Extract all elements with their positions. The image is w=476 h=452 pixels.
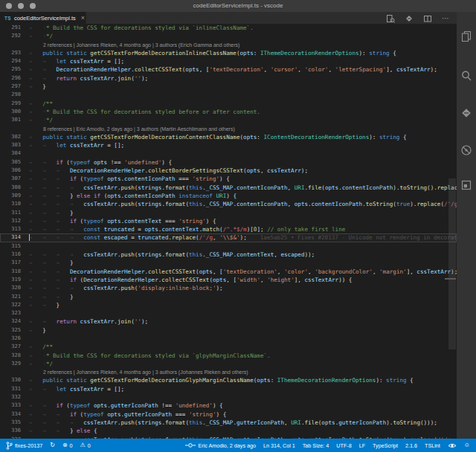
- code-line[interactable]: 319→→→if (DecorationRenderHelper.collect…: [0, 276, 457, 284]
- tslint-item[interactable]: TSLint: [425, 442, 440, 449]
- language-mode-item[interactable]: TypeScript: [373, 442, 398, 449]
- line-number[interactable]: 325: [0, 326, 21, 335]
- line-number[interactable]: 317: [0, 259, 21, 267]
- line-number[interactable]: 328: [0, 352, 21, 360]
- code-line[interactable]: 323: [0, 309, 457, 317]
- explorer-icon[interactable]: [460, 30, 472, 42]
- code-line[interactable]: 334→→→if (typeof opts.gutterIconPath ===…: [0, 410, 457, 419]
- line-number[interactable]: 292: [0, 32, 21, 40]
- close-tab-icon[interactable]: ×: [81, 15, 85, 22]
- code-line[interactable]: 324→→return cssTextArr.join('');: [0, 317, 457, 326]
- eol-item[interactable]: LF: [359, 442, 365, 449]
- code-line[interactable]: 291→·* Build the CSS for decorations sty…: [0, 24, 457, 32]
- code-line[interactable]: 332: [0, 393, 457, 401]
- cursor-position-item[interactable]: Ln 314, Col 1: [263, 442, 295, 449]
- line-number[interactable]: 301: [0, 116, 21, 124]
- line-number[interactable]: 295: [0, 65, 21, 74]
- line-number[interactable]: 305: [0, 158, 21, 167]
- debug-disabled-icon[interactable]: [460, 144, 472, 156]
- line-number[interactable]: 300: [0, 108, 21, 116]
- code-line[interactable]: 295→→DecorationRenderHelper.collectCSSTe…: [0, 65, 457, 74]
- code-line[interactable]: 310→→→→cssTextArr.push(strings.format(th…: [0, 200, 457, 208]
- tab-codeEditorServiceImpl[interactable]: TS codeEditorServiceImpl.ts ×: [0, 12, 86, 25]
- line-number[interactable]: 294: [0, 57, 21, 65]
- line-number[interactable]: 302: [0, 133, 21, 141]
- line-number[interactable]: 311: [0, 209, 21, 217]
- code-line[interactable]: 297→}: [0, 83, 457, 91]
- code-line[interactable]: 325→}: [0, 326, 457, 335]
- extensions-icon[interactable]: [460, 179, 472, 191]
- code-line[interactable]: 313→→→→const truncated = opts.contentTex…: [0, 225, 457, 233]
- line-number[interactable]: 318: [0, 268, 21, 276]
- line-number[interactable]: 326: [0, 335, 21, 343]
- warning-count-item[interactable]: ⚠ 0: [80, 442, 91, 449]
- line-number[interactable]: 327: [0, 343, 21, 351]
- code-line[interactable]: 307→→→if (typeof opts.contentIconPath ==…: [0, 175, 457, 183]
- error-count-item[interactable]: ⊗ 0: [62, 442, 73, 449]
- code-line[interactable]: 329→·*/: [0, 360, 457, 368]
- code-line[interactable]: 305→→if (typeof opts !== 'undefined') {: [0, 158, 457, 167]
- line-number[interactable]: 304: [0, 149, 21, 158]
- gitlens-icon[interactable]: [405, 14, 414, 23]
- line-number[interactable]: 320: [0, 284, 21, 292]
- code-line[interactable]: 306→→→DecorationRenderHelper.collectBord…: [0, 167, 457, 175]
- code-line[interactable]: 309→→→} else if (opts.contentIconPath in…: [0, 192, 457, 200]
- line-number[interactable]: 299: [0, 100, 21, 108]
- line-number[interactable]: 334: [0, 410, 21, 419]
- codelens[interactable]: 2 references | Johannes Rieken, 4 months…: [0, 41, 457, 49]
- line-number[interactable]: 316: [0, 251, 21, 259]
- code-line[interactable]: 331→→let cssTextArr = [];: [0, 385, 457, 393]
- code-line[interactable]: 330→public static getCSSTextForModelDeco…: [0, 376, 457, 384]
- scrollbar-slider[interactable]: [448, 178, 456, 349]
- code-line[interactable]: 326: [0, 335, 457, 343]
- line-number[interactable]: 330: [0, 376, 21, 384]
- code-line-current[interactable]: 314→→→→const escaped = truncated.replace…: [0, 233, 457, 242]
- code-line[interactable]: 316→→→→cssTextArr.push(strings.format(th…: [0, 251, 457, 259]
- line-number[interactable]: 298: [0, 91, 21, 99]
- code-line[interactable]: 321→→→}: [0, 293, 457, 301]
- code-line[interactable]: 293→public static getCSSTextForModelDeco…: [0, 49, 457, 57]
- line-number[interactable]: 333: [0, 401, 21, 410]
- search-icon[interactable]: [460, 70, 472, 82]
- feedback-smiley-icon[interactable]: ☺: [464, 442, 470, 448]
- code-line[interactable]: 336→→→} else {: [0, 427, 457, 435]
- preview-eye-icon[interactable]: [448, 442, 457, 449]
- code-line[interactable]: 333→→if (typeof opts.gutterIconPath !== …: [0, 401, 457, 410]
- line-number[interactable]: 322: [0, 301, 21, 309]
- code-line[interactable]: 328→·* Build the CSS for decorations sty…: [0, 352, 457, 360]
- line-number[interactable]: 314: [0, 233, 21, 242]
- line-number[interactable]: 323: [0, 309, 21, 317]
- line-number[interactable]: 315: [0, 242, 21, 251]
- codelens[interactable]: 2 references | Johannes Rieken, 4 months…: [0, 368, 457, 376]
- tab-size-item[interactable]: Tab Size: 4: [303, 442, 329, 449]
- typescript-version-item[interactable]: 2.1.6: [405, 442, 417, 449]
- line-number[interactable]: 319: [0, 276, 21, 284]
- line-number[interactable]: 310: [0, 200, 21, 208]
- line-number[interactable]: 332: [0, 393, 21, 401]
- gitlens-blame-item[interactable]: Eric Amodio, 2 days ago: [185, 442, 256, 449]
- code-line[interactable]: 311→→→}: [0, 209, 457, 217]
- line-number[interactable]: 296: [0, 74, 21, 83]
- git-branch-item[interactable]: fixes-20137: [6, 442, 42, 450]
- code-line[interactable]: 327→/**: [0, 343, 457, 351]
- code-line[interactable]: 292→·*/: [0, 32, 457, 40]
- code-line[interactable]: 298: [0, 91, 457, 99]
- line-number[interactable]: 309: [0, 192, 21, 200]
- code-line[interactable]: 308→→→→cssTextArr.push(strings.format(th…: [0, 184, 457, 192]
- sync-icon[interactable]: ↻: [50, 442, 55, 448]
- line-number[interactable]: 312: [0, 217, 21, 225]
- line-number[interactable]: 313: [0, 225, 21, 233]
- code-line[interactable]: 317→→→}: [0, 259, 457, 267]
- open-preview-icon[interactable]: [386, 14, 395, 23]
- more-actions-icon[interactable]: ⋯: [442, 15, 449, 22]
- line-number[interactable]: 303: [0, 141, 21, 149]
- code-line[interactable]: 320→→→→cssTextArr.push('display:inline-b…: [0, 284, 457, 292]
- code-line[interactable]: 304: [0, 149, 457, 158]
- code-line[interactable]: 299→/**: [0, 100, 457, 108]
- code-line[interactable]: 318→→→DecorationRenderHelper.collectCSST…: [0, 268, 457, 276]
- codelens[interactable]: 8 references | Eric Amodio, 2 days ago |…: [0, 125, 457, 133]
- split-editor-icon[interactable]: [423, 14, 432, 23]
- code-line[interactable]: 301→·*/: [0, 116, 457, 124]
- line-number[interactable]: 331: [0, 385, 21, 393]
- code-line[interactable]: 302→public static getCSSTextForModelDeco…: [0, 133, 457, 141]
